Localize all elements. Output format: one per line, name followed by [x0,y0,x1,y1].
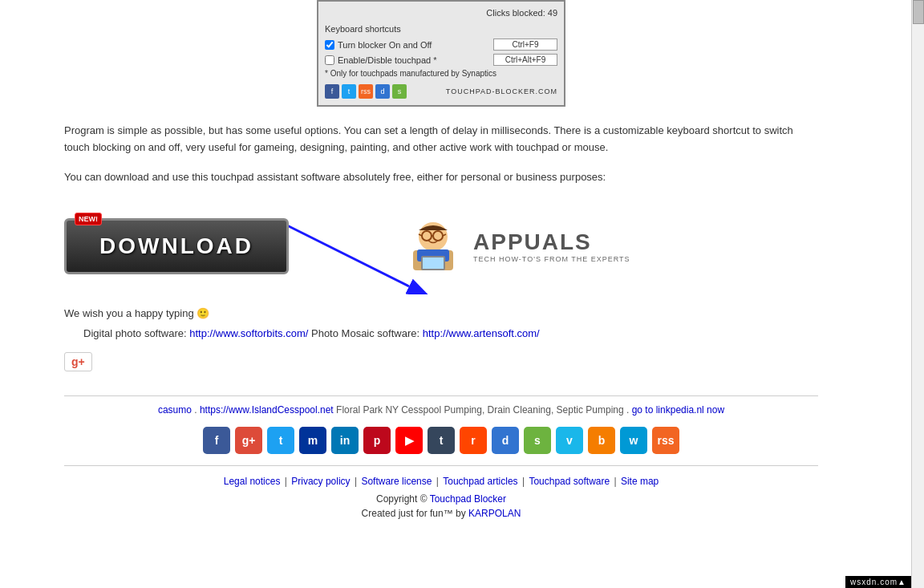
tumblr-social-icon[interactable]: t [428,427,455,454]
footer-sep2: | [355,476,359,487]
screenshot-fb-icon[interactable]: f [325,84,339,99]
shortcut2-label: Enable/Disble touchpad * [338,55,493,65]
appuals-tagline: TECH HOW-TO'S FROM THE EXPERTS [473,255,630,263]
gplus-label: g+ [71,355,85,368]
download-section: NEW! DOWNLOAD [64,198,818,294]
social-icons-row: fg+tminp▶trdsvbwrss [64,427,818,454]
gplus-button[interactable]: g+ [64,352,92,371]
shortcut-row-1: Turn blocker On and Off Ctrl+F9 [325,39,557,51]
new-badge: NEW! [75,213,102,225]
spam-middle: Floral Park NY Cesspool Pumping, Drain C… [336,404,632,416]
appuals-character [401,214,465,278]
screenshot-preview: Clicks blocked: 49 Keyboard shortcuts Tu… [317,0,565,107]
reddit-social-icon[interactable]: r [460,427,487,454]
pinterest-social-icon[interactable]: p [363,427,391,454]
scrollbar-thumb[interactable] [913,0,924,24]
happy-typing: We wish you a happy typing 🙂 [64,307,818,319]
download-btn-text: DOWNLOAD [99,233,253,259]
youtube-social-icon[interactable]: ▶ [395,427,423,454]
footer-links: Legal notices | Privacy policy | Softwar… [64,476,818,487]
mosaic-label: Photo Mosaic software: [311,327,419,339]
software-license-link[interactable]: Software license [361,476,432,487]
appuals-box: APPUALS TECH HOW-TO'S FROM THE EXPERTS [401,214,630,278]
footer-divider [64,465,818,466]
wix-social-icon[interactable]: w [620,427,647,454]
touchpad-blocker-link-footer[interactable]: Touchpad Blocker [430,493,506,505]
screenshot-su-icon[interactable]: s [392,84,407,99]
svg-line-1 [281,222,409,286]
facebook-social-icon[interactable]: f [203,427,230,454]
shortcut1-key: Ctrl+F9 [493,39,557,51]
shortcut-row-2: Enable/Disble touchpad * Ctrl+Alt+F9 [325,54,557,66]
spam-sep1: . [194,404,200,416]
copyright-text: Copyright © [376,493,430,505]
linkedin-social-icon[interactable]: in [331,427,359,454]
delicious-social-icon[interactable]: d [492,427,519,454]
touchpad-software-link[interactable]: Touchpad software [529,476,610,487]
twitter-social-icon[interactable]: t [267,427,294,454]
screenshot-tw-icon[interactable]: t [342,84,356,99]
shortcut1-label: Turn blocker On and Off [338,40,493,50]
paragraph-1: Program is simple as possible, but has s… [64,123,818,156]
footer-sep5: | [614,476,618,487]
vimeo-social-icon[interactable]: v [556,427,583,454]
softorbits-link[interactable]: http://www.softorbits.com/ [189,327,308,339]
copyright: Copyright © Touchpad Blocker [64,493,818,505]
privacy-policy-link[interactable]: Privacy policy [291,476,350,487]
touchpad-note: * Only for touchpads manufactured by Syn… [325,69,557,78]
clicks-blocked: Clicks blocked: 49 [325,8,557,18]
paragraph-2: You can download and use this touchpad a… [64,169,818,186]
svg-rect-11 [423,258,444,269]
scrollbar[interactable] [911,0,924,588]
footer-sep4: | [522,476,527,487]
footer-sep1: | [285,476,290,487]
island-cesspool-link[interactable]: https://www.IslandCesspool.net [200,404,334,416]
touchpad-blocker-link[interactable]: TOUCHPAD-BLOCKER.COM [446,87,557,95]
shortcut2-checkbox[interactable] [325,55,334,65]
linkpedia-link[interactable]: go to linkpedia.nl now [632,404,724,416]
casumo-link[interactable]: casumo [158,404,192,416]
divider-1 [64,395,818,396]
artensoft-link[interactable]: http://www.artensoft.com/ [423,327,540,339]
download-button[interactable]: NEW! DOWNLOAD [64,218,289,274]
site-map-link[interactable]: Site map [621,476,659,487]
appuals-logo: APPUALS TECH HOW-TO'S FROM THE EXPERTS [473,229,630,263]
created-text: Created just for fun™ by [362,508,468,519]
shortcut2-key: Ctrl+Alt+F9 [493,54,557,66]
rss-social-icon[interactable]: rss [652,427,679,454]
screenshot-del-icon[interactable]: d [375,84,390,99]
screenshot-rss-icon[interactable]: rss [359,84,373,99]
digital-prefix: Digital photo software: [83,327,187,339]
screenshot-social-icons: f t rss d s [325,84,407,99]
karpolan-link[interactable]: KARPOLAN [468,508,521,519]
myspace-social-icon[interactable]: m [299,427,326,454]
wsxdn-badge: wsxdn.com▲ [845,576,911,588]
spam-links: casumo . https://www.IslandCesspool.net … [64,404,818,416]
shortcut1-checkbox[interactable] [325,40,334,50]
screenshot-social-footer: f t rss d s TOUCHPAD-BLOCKER.COM [325,84,557,99]
footer-sep3: | [436,476,441,487]
touchpad-articles-link[interactable]: Touchpad articles [443,476,517,487]
digital-links: Digital photo software: http://www.softo… [83,327,818,339]
blogger-social-icon[interactable]: b [588,427,615,454]
legal-notices-link[interactable]: Legal notices [224,476,281,487]
stumbleupon-social-icon[interactable]: s [524,427,551,454]
appuals-name: APPUALS [473,229,630,255]
google-plus-social-icon[interactable]: g+ [235,427,262,454]
keyboard-shortcuts-label: Keyboard shortcuts [325,24,557,34]
created-by: Created just for fun™ by KARPOLAN [64,508,818,519]
